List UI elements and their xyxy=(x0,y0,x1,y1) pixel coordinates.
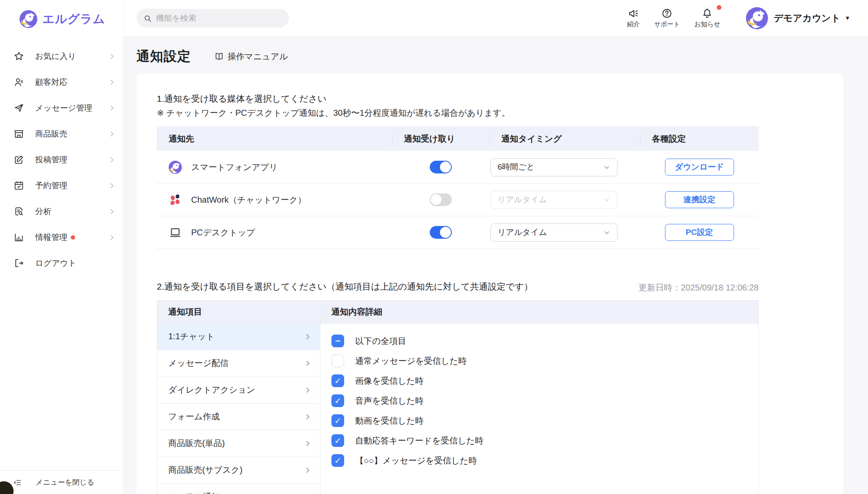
section1-heading: 1.通知を受け取る媒体を選択してください xyxy=(157,92,823,105)
chevron-right-icon xyxy=(108,130,116,138)
category-label: システム通知 xyxy=(168,491,304,494)
category-message-delivery[interactable]: メッセージ配信 xyxy=(157,350,320,377)
sidebar-item-label: お気に入り xyxy=(35,51,76,62)
chevron-right-icon xyxy=(304,466,312,474)
support-button[interactable]: サポート xyxy=(654,8,680,28)
news-button[interactable]: お知らせ xyxy=(694,8,720,28)
category-form-creation[interactable]: フォーム作成 xyxy=(157,404,320,430)
sidebar-item-post-management[interactable]: 投稿管理 xyxy=(0,147,123,173)
search-input[interactable] xyxy=(136,9,289,28)
account-menu[interactable]: デモアカウント ▼ xyxy=(746,7,850,29)
manual-label: 操作マニュアル xyxy=(228,51,288,62)
chevron-down-icon xyxy=(603,164,610,171)
app-logo[interactable]: エルグラム xyxy=(0,0,123,28)
account-name: デモアカウント xyxy=(774,12,841,25)
sidebar-item-label: ログアウト xyxy=(35,258,76,269)
sidebar-item-logout[interactable]: ログアウト xyxy=(0,250,123,276)
category-direct-action[interactable]: ダイレクトアクション xyxy=(157,377,320,404)
menu-collapse-button[interactable]: メニューを閉じる xyxy=(0,470,123,494)
section2-head: 2.通知を受け取る項目を選択してください（通知項目は上記の通知先に対して共通設定… xyxy=(157,280,759,293)
chatwork-icon xyxy=(169,193,182,207)
media-name: ChatWork（チャットワーク） xyxy=(191,194,306,206)
smartphone-timing-select[interactable]: 6時間ごと xyxy=(490,158,618,176)
feature-search xyxy=(136,9,289,28)
help-circle-icon xyxy=(661,8,673,19)
page-head: 通知設定 操作マニュアル xyxy=(136,36,843,74)
col-header-destination: 通知先 xyxy=(157,126,392,151)
detail-row-video: 動画を受信した時 xyxy=(331,411,758,431)
page-title: 通知設定 xyxy=(136,47,191,65)
sidebar-item-analysis[interactable]: 分析 xyxy=(0,198,123,224)
chevron-right-icon xyxy=(108,156,116,164)
checkbox-label: 動画を受信した時 xyxy=(355,415,423,427)
sidebar-item-favorites[interactable]: お気に入り xyxy=(0,43,123,69)
pc-desktop-toggle[interactable] xyxy=(430,226,452,239)
timing-value: リアルタイム xyxy=(498,194,603,205)
chevron-down-icon xyxy=(603,196,610,204)
chevron-down-icon xyxy=(603,229,610,236)
checkbox-video-received[interactable] xyxy=(331,414,344,427)
smartphone-toggle[interactable] xyxy=(430,161,452,173)
checkbox-label: 通常メッセージを受信した時 xyxy=(355,355,467,367)
intro-button[interactable]: 紹介 xyxy=(627,8,640,28)
details-column-header: 通知内容詳細 xyxy=(320,301,758,324)
edit-icon xyxy=(14,154,24,165)
checkbox-audio-received[interactable] xyxy=(331,394,344,407)
chevron-right-icon xyxy=(108,182,116,190)
send-icon xyxy=(14,103,24,113)
col-header-timing: 通知タイミング xyxy=(490,126,640,151)
action-label: お知らせ xyxy=(694,20,720,28)
notification-details-column: 通知内容詳細 以下の全項目 通常メッセージを受信した時 画像を受信した時 xyxy=(320,301,758,494)
detail-row-audio: 音声を受信した時 xyxy=(331,391,758,411)
category-label: 1:1チャット xyxy=(168,331,304,342)
checkbox-label: 以下の全項目 xyxy=(355,335,406,347)
items-column-header: 通知項目 xyxy=(157,301,320,324)
category-product-subscription[interactable]: 商品販売(サブスク) xyxy=(157,457,320,484)
category-product-single[interactable]: 商品販売(単品) xyxy=(157,430,320,457)
pc-settings-button[interactable]: PC設定 xyxy=(665,224,734,241)
search-icon xyxy=(144,14,152,22)
sidebar-item-product-sales[interactable]: 商品販売 xyxy=(0,121,123,147)
chevron-right-icon xyxy=(304,413,312,421)
pc-timing-select[interactable]: リアルタイム xyxy=(490,223,618,242)
sidebar-item-information-management[interactable]: 情報管理 xyxy=(0,224,123,250)
person-icon xyxy=(14,77,24,87)
sidebar: エルグラム お気に入り 顧客対応 メッセージ管理 商品販売 投稿管理 xyxy=(0,0,124,494)
category-1on1-chat[interactable]: 1:1チャット xyxy=(157,324,320,350)
chatwork-timing-select[interactable]: リアルタイム xyxy=(490,191,618,209)
detail-row-normal-message: 通常メッセージを受信した時 xyxy=(331,351,758,371)
checkbox-label: 自動応答キーワードを受信した時 xyxy=(355,435,484,447)
sidebar-item-label: 顧客対応 xyxy=(35,77,67,88)
media-table: 通知先 通知受け取り 通知タイミング 各種設定 スマートフォンアプリ xyxy=(157,126,759,249)
sidebar-item-label: 投稿管理 xyxy=(35,154,67,165)
action-label: サポート xyxy=(654,20,680,28)
logout-icon xyxy=(14,258,24,268)
category-system-notification[interactable]: システム通知 xyxy=(157,484,320,494)
checkbox-normal-message[interactable] xyxy=(331,354,344,367)
sidebar-item-message-management[interactable]: メッセージ管理 xyxy=(0,95,123,121)
sidebar-item-label: 商品販売 xyxy=(35,128,67,140)
link-settings-button[interactable]: 連携設定 xyxy=(665,191,734,208)
media-table-header: 通知先 通知受け取り 通知タイミング 各種設定 xyxy=(157,126,759,151)
download-button[interactable]: ダウンロード xyxy=(665,159,734,176)
sidebar-item-customer-support[interactable]: 顧客対応 xyxy=(0,69,123,95)
calendar-check-icon xyxy=(14,180,24,191)
smartphone-app-icon xyxy=(169,161,182,174)
media-row-chatwork: ChatWork（チャットワーク） リアルタイム 連携設定 xyxy=(157,184,759,216)
chevron-right-icon xyxy=(108,78,116,86)
checkbox-auto-reply-keyword[interactable] xyxy=(331,434,344,447)
checkbox-image-received[interactable] xyxy=(331,374,344,387)
chevron-right-icon xyxy=(304,360,312,367)
sidebar-item-reservation-management[interactable]: 予約管理 xyxy=(0,173,123,198)
items-table: 通知項目 1:1チャット メッセージ配信 ダイレクトアクション フォー xyxy=(157,300,759,494)
sidebar-nav: お気に入り 顧客対応 メッセージ管理 商品販売 投稿管理 予約管理 xyxy=(0,43,123,470)
checkbox-all-items[interactable] xyxy=(331,335,344,347)
sidebar-item-label: 情報管理 xyxy=(35,232,67,243)
checkbox-label: 画像を受信した時 xyxy=(355,375,423,387)
page-content: 通知設定 操作マニュアル 1.通知を受け取る媒体を選択してください ※ チャット… xyxy=(124,36,868,494)
chatwork-toggle[interactable] xyxy=(430,193,452,206)
store-icon xyxy=(14,128,24,139)
checkbox-marked-message[interactable] xyxy=(331,454,344,467)
manual-link[interactable]: 操作マニュアル xyxy=(214,51,288,62)
brand-bird-icon xyxy=(19,10,37,28)
